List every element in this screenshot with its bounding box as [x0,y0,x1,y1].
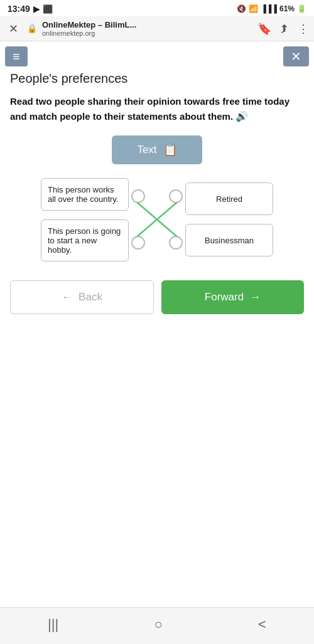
bookmark-icon[interactable]: 🔖 [257,22,271,36]
back-button[interactable]: ← Back [10,280,154,314]
book-icon: 📋 [163,143,177,157]
bottom-nav-bar: ||| ○ < [0,607,314,644]
text-button[interactable]: Text 📋 [112,135,202,164]
right-item-1[interactable]: Retired [185,182,273,215]
left-item-1-text: This person works all over the country. [48,185,122,204]
youtube-icon: ▶ [33,4,40,14]
page-content: People's preferences Read two people sha… [0,71,314,607]
right-circles [169,189,183,250]
left-circle-2[interactable] [131,236,145,250]
app-header: ≡ ✕ [0,41,314,71]
left-item-2-text: This person is going to start a new hobb… [48,226,122,255]
match-right-column: Retired Businessman [185,182,273,256]
battery-text: 61% [279,4,295,13]
left-circle-1[interactable] [131,189,145,203]
menu-button[interactable]: ≡ [5,46,28,66]
more-icon[interactable]: ⋮ [298,22,309,36]
forward-arrow-icon: → [250,291,261,304]
match-left-column: This person works all over the country. … [41,178,129,261]
wifi-icon: 📶 [249,4,258,13]
mute-icon: 🔇 [237,4,246,13]
right-item-2[interactable]: Businessman [185,224,273,256]
browser-url-block: OnlineMektep – BilimL... onlinemektep.or… [42,20,252,37]
record-icon: ⬛ [43,4,53,14]
status-time: 13:49 [8,4,30,14]
signal-icon: ▐▐▐ [261,4,277,13]
share-icon[interactable]: ⮭ [279,22,290,35]
nav-back-icon[interactable]: < [258,616,266,633]
navigation-buttons: ← Back Forward → [10,280,304,314]
forward-label: Forward [205,291,244,304]
forward-button[interactable]: Forward → [161,280,304,314]
right-circle-1[interactable] [169,189,183,203]
browser-site-domain: onlinemektep.org [42,29,252,37]
browser-bar: ✕ 🔒 OnlineMektep – BilimL... onlinemekte… [0,16,314,41]
browser-site-title: OnlineMektep – BilimL... [42,20,252,29]
close-button[interactable]: ✕ [283,46,309,66]
right-circle-2[interactable] [169,236,183,250]
left-item-2[interactable]: This person is going to start a new hobb… [41,219,129,261]
lock-icon: 🔒 [27,24,37,33]
left-circles [131,189,145,250]
sound-icon[interactable]: 🔊 [236,111,248,122]
back-arrow-icon: ← [62,291,72,304]
text-button-label: Text [137,144,156,156]
browser-action-icons: 🔖 ⮭ ⋮ [257,22,309,36]
nav-menu-icon[interactable]: ||| [48,616,58,633]
instructions: Read two people sharing their opinion to… [10,95,304,124]
right-item-2-text: Businessman [205,236,254,245]
browser-close-button[interactable]: ✕ [5,21,22,37]
status-left: 13:49 ▶ ⬛ [8,4,53,14]
status-bar: 13:49 ▶ ⬛ 🔇 📶 ▐▐▐ 61% 🔋 [0,0,314,16]
right-item-1-text: Retired [216,194,242,204]
text-button-wrapper: Text 📋 [10,135,304,164]
status-right: 🔇 📶 ▐▐▐ 61% 🔋 [237,4,306,13]
nav-home-icon[interactable]: ○ [154,616,162,633]
battery-icon: 🔋 [297,4,306,13]
back-label: Back [78,291,102,304]
page-title: People's preferences [10,71,304,86]
matching-area: This person works all over the country. … [10,178,304,261]
left-item-1[interactable]: This person works all over the country. [41,178,129,211]
